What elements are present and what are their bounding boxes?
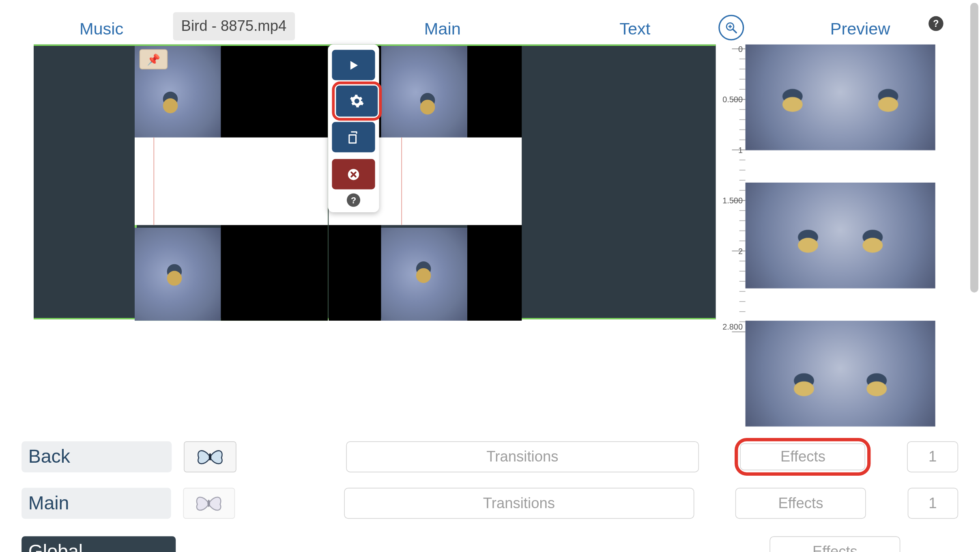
tab-preview[interactable]: Preview	[817, 19, 904, 38]
delete-icon	[346, 167, 361, 182]
ruler-mark: 2.800	[722, 322, 743, 331]
tab-music[interactable]: Music	[66, 19, 137, 38]
scrollbar-thumb[interactable]	[970, 3, 978, 293]
effects-button-main[interactable]: Effects	[735, 488, 866, 519]
layer-label-main[interactable]: Main	[21, 488, 171, 519]
pin-clip-button[interactable]: 📌	[140, 49, 168, 69]
layer-label-global[interactable]: Global	[21, 536, 176, 552]
effects-count-main[interactable]: 1	[907, 488, 958, 519]
duplicate-clip-button[interactable]	[332, 122, 375, 152]
clip-filename-badge: Bird - 8875.mp4	[173, 12, 295, 41]
transitions-button-main[interactable]: Transitions	[344, 488, 694, 519]
layer-controls: Back Transitions Effects 1 Main	[21, 438, 958, 552]
preview-thumb[interactable]	[746, 321, 935, 427]
svg-point-5	[209, 453, 211, 461]
tab-main[interactable]: Main	[411, 19, 474, 38]
svg-line-1	[733, 29, 736, 32]
transitions-button-back[interactable]: Transitions	[346, 441, 699, 472]
layer-row-global: Global Effects	[21, 531, 958, 552]
play-clip-button[interactable]	[332, 50, 375, 80]
layer-row-main: Main Transitions Effects 1	[21, 483, 958, 524]
effects-highlight: Effects	[735, 438, 871, 476]
ruler-mark: 1.500	[722, 196, 743, 205]
layer-row-back: Back Transitions Effects 1	[21, 438, 958, 476]
layer-thumb-back[interactable]	[184, 441, 236, 472]
popover-help-button[interactable]: ?	[347, 193, 360, 207]
preview-thumb[interactable]	[746, 45, 935, 151]
header-tabs: Music Bird - 8875.mp4 Main Text Preview …	[20, 13, 960, 44]
copy-icon	[346, 130, 361, 145]
gear-icon	[350, 94, 365, 109]
effects-button-back[interactable]: Effects	[740, 443, 866, 470]
help-button[interactable]: ?	[928, 16, 943, 31]
clip-settings-button[interactable]	[336, 86, 378, 116]
zoom-in-icon	[724, 21, 738, 34]
ruler-mark: 0.500	[722, 95, 743, 104]
ruler-mark: 2	[738, 247, 743, 256]
timeline-clip-1[interactable]: 📌	[135, 46, 328, 321]
play-icon	[346, 58, 361, 73]
layer-label-back[interactable]: Back	[21, 441, 172, 472]
effects-button-global[interactable]: Effects	[769, 536, 900, 552]
butterfly-icon	[193, 491, 224, 515]
clip-settings-highlight	[332, 82, 382, 121]
tab-text[interactable]: Text	[606, 19, 664, 38]
layer-thumb-main[interactable]	[183, 488, 235, 519]
effects-count-back[interactable]: 1	[907, 441, 958, 472]
zoom-in-button[interactable]	[718, 15, 744, 41]
ruler-mark: 0	[738, 45, 743, 54]
svg-point-6	[208, 500, 210, 507]
butterfly-icon	[195, 445, 226, 469]
clip-actions-popover: ?	[328, 45, 379, 212]
ruler-mark: 1	[738, 146, 743, 155]
preview-thumb[interactable]	[746, 183, 935, 289]
delete-clip-button[interactable]	[332, 159, 375, 190]
